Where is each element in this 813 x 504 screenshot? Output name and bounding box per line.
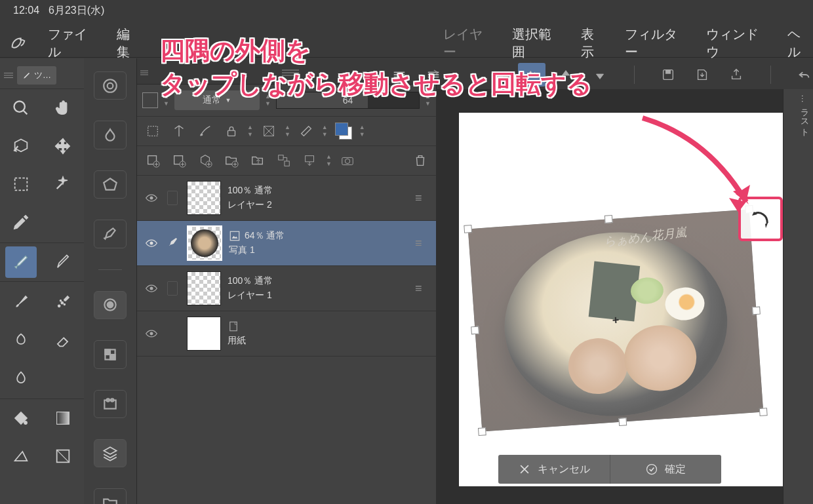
- frame-tool-icon[interactable]: [47, 440, 79, 472]
- zoom-tool-icon[interactable]: [5, 92, 37, 124]
- transform-tool-icon[interactable]: [518, 63, 545, 87]
- arrow-down-icon[interactable]: [586, 63, 614, 87]
- menu-selection[interactable]: 選択範囲: [512, 26, 563, 61]
- transform-handle[interactable]: [759, 408, 768, 416]
- menu-view[interactable]: 表示: [581, 26, 606, 61]
- mask-icon[interactable]: [258, 121, 279, 142]
- menu-window[interactable]: ウィンドウ: [706, 26, 769, 61]
- lock-slot[interactable]: [167, 191, 180, 205]
- ruler-icon[interactable]: [296, 121, 317, 142]
- transform-handle[interactable]: [752, 307, 761, 315]
- decoration-tool-icon[interactable]: [5, 324, 37, 356]
- hand-tool-icon[interactable]: [47, 92, 79, 124]
- layer-row[interactable]: 100％ 通常 レイヤー 2 ≡: [137, 176, 436, 221]
- new-folder-icon[interactable]: [221, 150, 242, 171]
- airbrush-tool-icon[interactable]: [47, 286, 79, 318]
- lock-icon[interactable]: [221, 121, 242, 142]
- menu-icon[interactable]: [484, 63, 511, 87]
- delete-icon[interactable]: [410, 150, 431, 171]
- layer-row[interactable]: 64％ 通常 写真 1 ≡: [137, 221, 436, 266]
- layer-menu-icon[interactable]: ≡: [415, 237, 431, 250]
- camera-icon[interactable]: [337, 150, 358, 171]
- undo-icon[interactable]: [791, 63, 813, 87]
- subtool-option1-icon[interactable]: [94, 291, 127, 319]
- new-layer-icon[interactable]: [169, 150, 189, 171]
- menu-filter[interactable]: フィルター: [625, 26, 688, 61]
- blend-mode-dropdown[interactable]: 通常 ▼: [174, 90, 260, 110]
- handle-icon[interactable]: [386, 63, 413, 87]
- menu-file[interactable]: ファイル: [48, 26, 98, 61]
- transform-handle[interactable]: [464, 225, 472, 233]
- transfer-icon[interactable]: [273, 150, 294, 171]
- app-logo-icon[interactable]: [8, 32, 30, 54]
- visibility-icon[interactable]: [142, 239, 161, 248]
- menu-layer[interactable]: レイヤー: [443, 26, 494, 61]
- pencil-tool-icon[interactable]: [47, 246, 79, 278]
- draft-icon[interactable]: [195, 121, 216, 142]
- eyedropper-tool-icon[interactable]: [5, 206, 37, 238]
- merge-icon[interactable]: [300, 150, 321, 171]
- visibility-icon[interactable]: [142, 329, 161, 338]
- visibility-icon[interactable]: [142, 193, 161, 203]
- subtool-pencil-icon[interactable]: [94, 220, 127, 248]
- subtool-option2-icon[interactable]: [94, 340, 127, 368]
- confirm-button[interactable]: 確定: [610, 455, 722, 484]
- handle-icon[interactable]: [420, 63, 447, 87]
- new-layer-icon[interactable]: [142, 150, 163, 171]
- new-3d-layer-icon[interactable]: [195, 150, 216, 171]
- blend-tool-icon[interactable]: [5, 362, 37, 394]
- transform-handle[interactable]: [605, 215, 613, 223]
- transform-center-icon[interactable]: +: [612, 313, 620, 328]
- menu-edit[interactable]: 編集: [117, 26, 142, 61]
- transform-bounding-box[interactable]: +: [468, 209, 764, 431]
- color-swap-icon[interactable]: [333, 121, 354, 142]
- visibility-icon[interactable]: [142, 284, 161, 293]
- clip-icon[interactable]: [142, 121, 163, 142]
- move-tool-icon[interactable]: [47, 130, 79, 162]
- layer-row[interactable]: 100％ 通常 レイヤー 1 ≡: [137, 266, 436, 311]
- transform-handle[interactable]: [471, 326, 479, 335]
- save-icon[interactable]: [654, 63, 682, 87]
- pen-tool-icon[interactable]: [5, 246, 37, 278]
- layer-menu-icon[interactable]: ≡: [415, 282, 431, 296]
- transform-handle[interactable]: [478, 427, 486, 436]
- checkbox[interactable]: [142, 92, 158, 108]
- export-icon[interactable]: [688, 63, 716, 87]
- stepper-icon[interactable]: ▲▼: [285, 125, 290, 138]
- subtool-folder-icon[interactable]: [94, 488, 127, 504]
- stepper-icon[interactable]: ▲▼: [425, 94, 431, 107]
- object-tool-icon[interactable]: [5, 130, 37, 162]
- reference-icon[interactable]: [169, 121, 189, 142]
- lock-slot[interactable]: [167, 235, 180, 252]
- marquee-tool-icon[interactable]: [5, 168, 37, 200]
- layer-row[interactable]: 用紙: [137, 311, 436, 357]
- arrow-up-icon[interactable]: [552, 63, 580, 87]
- stepper-icon[interactable]: ▲▼: [326, 154, 332, 167]
- stepper-icon[interactable]: ▲▼: [265, 94, 271, 107]
- transform-handle[interactable]: [618, 417, 627, 426]
- menu-help[interactable]: ヘル: [787, 26, 813, 61]
- move-to-folder-icon[interactable]: [247, 150, 268, 171]
- right-panel-tab[interactable]: …ラスト: [783, 89, 813, 504]
- share-icon[interactable]: [723, 63, 750, 87]
- subtool-option3-icon[interactable]: [94, 390, 127, 418]
- opacity-slider[interactable]: 64: [276, 92, 420, 109]
- wand-tool-icon[interactable]: [47, 168, 79, 200]
- stepper-icon[interactable]: ▲▼: [322, 125, 328, 138]
- shape-tool-icon[interactable]: [5, 440, 37, 472]
- brush-tool-icon[interactable]: [5, 286, 37, 318]
- cancel-button[interactable]: キャンセル: [498, 455, 610, 484]
- subtool-splash-icon[interactable]: [94, 121, 127, 149]
- tool-label[interactable]: ツ…: [17, 66, 56, 85]
- subtool-layers-icon[interactable]: [94, 439, 127, 467]
- gradient-tool-icon[interactable]: [47, 402, 79, 434]
- stepper-icon[interactable]: ▲▼: [359, 125, 365, 138]
- lock-slot[interactable]: [167, 281, 180, 296]
- stepper-icon[interactable]: ▲▼: [163, 94, 169, 107]
- subtool-target-icon[interactable]: [94, 71, 127, 100]
- fill-tool-icon[interactable]: [5, 402, 37, 434]
- eraser-tool-icon[interactable]: [47, 324, 79, 356]
- stepper-icon[interactable]: ▲▼: [247, 125, 253, 138]
- subtool-polygon-icon[interactable]: [94, 170, 127, 199]
- menu-icon[interactable]: [4, 71, 13, 80]
